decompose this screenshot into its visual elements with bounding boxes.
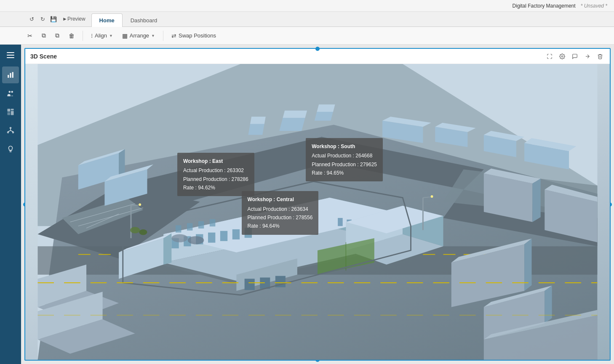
svg-rect-6: [11, 109, 14, 111]
comment-button[interactable]: [570, 52, 579, 61]
chart-bar-icon: [7, 108, 14, 116]
svg-line-13: [8, 130, 11, 132]
svg-marker-92: [545, 286, 552, 324]
svg-rect-1: [10, 73, 11, 78]
svg-point-109: [171, 234, 188, 242]
svg-rect-0: [8, 75, 9, 78]
svg-rect-34: [315, 111, 334, 121]
copy-button[interactable]: ⧉: [38, 29, 50, 42]
paste-button[interactable]: ⧉: [51, 29, 63, 42]
preview-play-icon: ►: [62, 16, 67, 22]
fullscreen-button[interactable]: [545, 52, 554, 61]
swap-positions-label: Swap Positions: [179, 32, 216, 39]
scene-3d[interactable]: Workshop : East Actual Production : 2633…: [25, 64, 610, 360]
resize-handle-top[interactable]: [315, 47, 320, 51]
cut-icon: ✂: [27, 32, 32, 39]
widget-delete-icon: [597, 53, 603, 59]
arrange-dropdown-arrow: ▼: [151, 34, 155, 38]
title-bar: Digital Factory Management * Unsaved *: [0, 0, 614, 12]
svg-point-4: [11, 91, 13, 93]
svg-rect-37: [250, 117, 266, 124]
align-icon: ⁝: [91, 32, 93, 39]
svg-point-9: [10, 128, 11, 129]
app-title: Digital Factory Management: [513, 3, 576, 9]
delete-button[interactable]: 🗑: [65, 29, 78, 42]
cut-button[interactable]: ✂: [24, 29, 36, 42]
tab-dashboard[interactable]: Dashboard: [123, 13, 166, 27]
svg-rect-70: [198, 221, 204, 228]
sidebar-item-hierarchy[interactable]: [2, 122, 19, 139]
svg-line-14: [11, 130, 13, 132]
svg-point-11: [13, 132, 14, 133]
svg-point-15: [561, 56, 563, 57]
svg-rect-72: [338, 218, 343, 226]
svg-rect-64: [208, 233, 215, 243]
widget-container: 3D Scene: [24, 48, 611, 361]
svg-rect-69: [187, 223, 192, 230]
svg-rect-65: [220, 231, 227, 241]
swap-positions-button[interactable]: ⇄ Swap Positions: [168, 29, 220, 42]
scene-3d-svg: [25, 64, 610, 360]
sidebar: [0, 45, 21, 364]
share-button[interactable]: [583, 52, 592, 61]
svg-marker-48: [532, 179, 540, 222]
hamburger-line-1: [7, 52, 14, 53]
align-dropdown-arrow: ▼: [109, 34, 113, 38]
preview-button[interactable]: ► Preview: [60, 14, 88, 24]
tab-bar: ↺ ↻ 💾 ► Preview Home Dashboard: [0, 12, 614, 27]
svg-point-112: [139, 229, 147, 235]
tab-home[interactable]: Home: [91, 13, 123, 27]
sidebar-menu-button[interactable]: [3, 49, 18, 61]
widget-actions: [545, 52, 605, 61]
svg-rect-71: [210, 219, 215, 226]
lightbulb-icon: [7, 145, 14, 153]
svg-rect-67: [245, 228, 252, 238]
svg-marker-82: [163, 234, 171, 265]
separator-2: [163, 31, 163, 41]
nav-controls: ↺ ↻ 💾 ► Preview: [24, 11, 91, 27]
fullscreen-icon: [547, 53, 553, 59]
unsaved-status: * Unsaved *: [581, 3, 607, 9]
align-label: Align: [95, 32, 107, 39]
svg-point-10: [8, 132, 9, 133]
hierarchy-icon: [7, 127, 14, 134]
arrange-button[interactable]: ▦ Arrange ▼: [118, 29, 159, 42]
svg-rect-68: [176, 225, 181, 232]
copy-icon: ⧉: [42, 32, 46, 39]
widget-header: 3D Scene: [25, 49, 610, 64]
svg-point-105: [139, 203, 141, 206]
toolbar: ✂ ⧉ ⧉ 🗑 ⁝ Align ▼ ▦ Arrange ▼ ⇄ Swap Pos…: [0, 27, 614, 45]
svg-rect-8: [11, 111, 14, 115]
svg-rect-35: [317, 104, 335, 112]
arrange-icon: ▦: [122, 32, 128, 39]
people-icon: [7, 90, 14, 97]
undo-button[interactable]: ↺: [27, 14, 36, 24]
content-area: 3D Scene: [21, 45, 614, 364]
main-layout: 3D Scene: [0, 45, 614, 364]
svg-rect-84: [245, 279, 255, 290]
bars-chart-icon: [7, 71, 14, 79]
svg-rect-5: [8, 109, 11, 112]
comment-icon: [572, 53, 578, 59]
widget-delete-button[interactable]: [595, 52, 605, 61]
redo-button[interactable]: ↻: [38, 14, 47, 24]
sidebar-item-people[interactable]: [2, 85, 19, 102]
svg-point-111: [130, 227, 140, 233]
align-button[interactable]: ⁝ Align ▼: [87, 29, 117, 42]
hamburger-line-3: [7, 57, 14, 58]
svg-rect-33: [283, 111, 307, 118]
svg-rect-2: [12, 72, 13, 78]
svg-rect-36: [248, 123, 264, 135]
svg-point-108: [431, 195, 433, 198]
save-button[interactable]: 💾: [49, 14, 58, 24]
settings-button[interactable]: [558, 52, 567, 61]
paste-icon: ⧉: [55, 32, 59, 39]
separator-1: [83, 31, 83, 41]
svg-rect-32: [279, 117, 305, 131]
sidebar-item-insights[interactable]: [2, 141, 19, 157]
sidebar-item-chart-bar[interactable]: [2, 104, 19, 120]
hamburger-line-2: [7, 55, 14, 56]
swap-icon: ⇄: [171, 32, 176, 39]
delete-icon: 🗑: [69, 32, 75, 39]
sidebar-item-dashboard[interactable]: [2, 66, 19, 83]
